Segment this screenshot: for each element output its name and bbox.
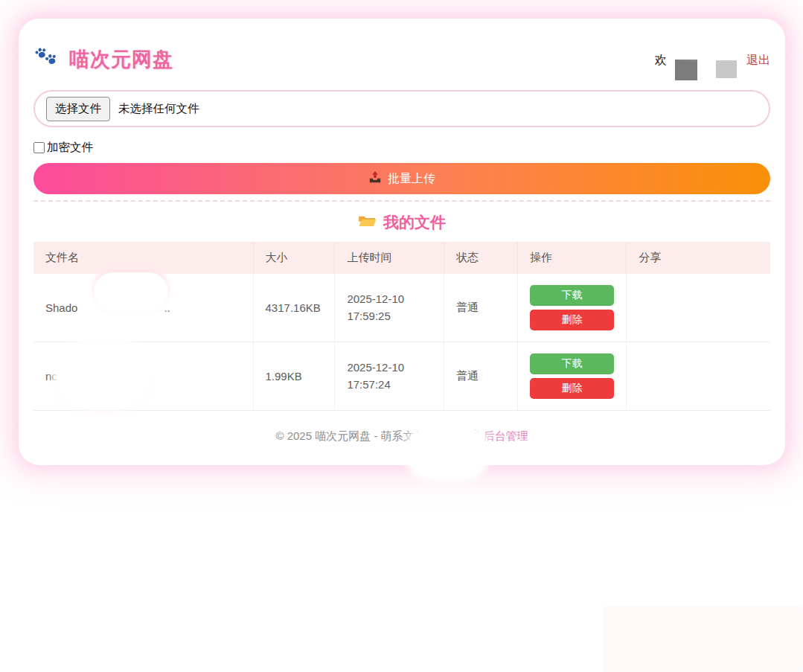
user-area: 欢 退出: [655, 50, 770, 80]
redacted-username-block: [675, 60, 697, 80]
redaction-blob: [408, 427, 487, 478]
column-header-status: 状态: [444, 242, 517, 274]
redacted-username-block: [716, 60, 737, 78]
upload-time-cell: 2025-12-10 17:57:24: [335, 342, 444, 411]
filename-text: Shado: [45, 301, 77, 314]
upload-time-cell: 2025-12-10 17:59:25: [335, 274, 444, 342]
delete-button[interactable]: 删除: [530, 378, 614, 399]
footer: © 2025 喵次元网盘 - 萌系文件分享 后台管理: [33, 429, 770, 444]
column-header-size: 大小: [253, 242, 335, 274]
welcome-text: 欢: [655, 53, 667, 68]
status-cell: 普通: [444, 342, 517, 411]
share-cell: [627, 342, 770, 411]
corner-overlay: [603, 607, 803, 672]
download-button[interactable]: 下载: [530, 285, 614, 306]
delete-button[interactable]: 删除: [530, 310, 614, 330]
my-files-heading: 我的文件: [33, 211, 770, 234]
redaction-blob: [676, 28, 744, 53]
topbar: 喵次元网盘 欢 退出: [33, 45, 770, 75]
column-header-upload-time: 上传时间: [335, 242, 444, 274]
section-divider: [33, 200, 770, 202]
status-cell: 普通: [444, 274, 517, 342]
page-title: 喵次元网盘: [69, 46, 173, 73]
file-input-area: 选择文件 未选择任何文件: [33, 90, 770, 127]
outbox-tray-icon: [368, 170, 382, 187]
share-cell: [627, 274, 770, 342]
paw-prints-icon: [33, 45, 62, 74]
column-header-share: 分享: [627, 242, 770, 274]
actions-cell: 下载 删除: [517, 274, 627, 342]
column-header-filename: 文件名: [33, 242, 253, 274]
filename-text-end: ..: [164, 301, 170, 314]
actions-cell: 下载 删除: [517, 342, 627, 411]
size-cell: 1.99KB: [253, 342, 335, 411]
size-cell: 4317.16KB: [253, 274, 335, 342]
redaction-blob: [94, 272, 168, 311]
batch-upload-button[interactable]: 批量上传: [33, 163, 770, 194]
admin-link-label: 后台管理: [484, 429, 528, 444]
filename-text: nc: [45, 370, 57, 383]
download-button[interactable]: 下载: [530, 353, 614, 374]
table-header-row: 文件名 大小 上传时间 状态 操作 分享: [33, 242, 770, 274]
my-files-heading-label: 我的文件: [383, 212, 446, 233]
logout-link[interactable]: 退出: [746, 53, 770, 68]
encrypt-checkbox[interactable]: [33, 142, 45, 153]
choose-file-button[interactable]: 选择文件: [46, 97, 110, 121]
no-file-selected-text: 未选择任何文件: [118, 101, 199, 117]
encrypt-option-row: 加密文件: [33, 140, 770, 155]
open-folder-icon: [358, 214, 377, 231]
batch-upload-label: 批量上传: [388, 171, 435, 187]
brand: 喵次元网盘: [33, 45, 173, 74]
encrypt-label: 加密文件: [47, 140, 93, 156]
redaction-blob: [57, 343, 150, 407]
column-header-actions: 操作: [517, 242, 627, 274]
